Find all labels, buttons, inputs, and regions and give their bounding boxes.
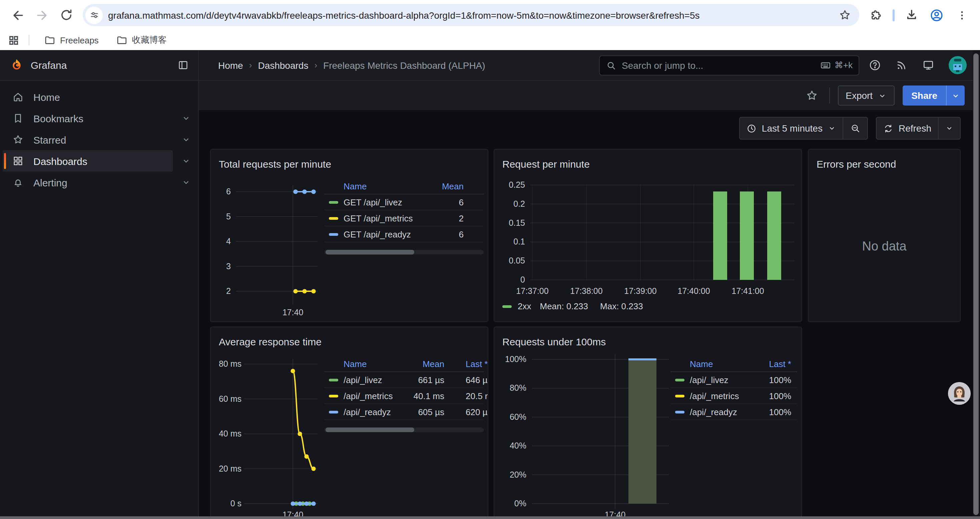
svg-text:80%: 80% [510, 383, 527, 393]
rss-icon [895, 59, 908, 72]
sidebar-item-bookmarks[interactable]: Bookmarks [3, 107, 173, 129]
legend-row[interactable]: /api/_metrics 40.1 ms 20.5 ms [324, 388, 484, 404]
series-mean: 40.1 ms [414, 391, 445, 401]
legend-row[interactable]: 2xx Mean: 0.233 Max: 0.233 [502, 301, 643, 311]
sidebar: Home Bookmarks Starred Dashboards [0, 81, 199, 519]
bookmark-star-button[interactable] [838, 9, 851, 21]
series-name[interactable]: 2xx [518, 301, 531, 311]
panel-request-per-minute[interactable]: Request per minute 0.250.20.150.10.05017… [494, 149, 802, 322]
refresh-interval-button[interactable] [939, 118, 960, 139]
refresh-icon [883, 123, 893, 133]
help-button[interactable] [869, 59, 881, 72]
svg-text:17:40:00: 17:40:00 [678, 286, 710, 295]
legend-col-name[interactable]: Name [344, 359, 367, 369]
assistant-avatar[interactable] [948, 382, 970, 405]
breadcrumb-dashboards[interactable]: Dashboards [258, 60, 308, 70]
sidebar-item-starred[interactable]: Starred [3, 129, 173, 150]
chevron-down-icon[interactable] [181, 150, 191, 172]
series-name[interactable]: GET /api/_metrics [344, 213, 413, 223]
reload-button[interactable] [55, 4, 77, 26]
browser-menu-button[interactable] [951, 4, 973, 26]
scrollbar-thumb[interactable] [326, 428, 414, 432]
panel-requests-under-100ms[interactable]: Requests under 100ms 100%80%60%40%20%0%1… [494, 327, 802, 519]
scrollbar-thumb[interactable] [973, 53, 978, 515]
scrollbar-thumb[interactable] [326, 250, 414, 254]
panel-errors-per-second[interactable]: Errors per second No data [808, 149, 961, 322]
legend-scrollbar[interactable] [324, 428, 484, 432]
time-range-picker[interactable]: Last 5 minutes [740, 118, 843, 139]
legend-col-last[interactable]: Last * [466, 359, 488, 369]
site-info-icon[interactable] [85, 6, 103, 24]
legend-row[interactable]: /api/_readyz 605 µs 620 µs [324, 404, 484, 420]
panel-avg-response-time[interactable]: Average response time 80 ms60 ms40 ms20 … [210, 327, 488, 519]
series-color-dash [329, 217, 338, 219]
chevron-down-icon[interactable] [181, 172, 191, 193]
display-button[interactable] [922, 59, 935, 72]
legend-row[interactable]: /api/_metrics 100% [670, 388, 797, 404]
search-input[interactable]: Search or jump to... ⌘+k [599, 55, 859, 75]
legend-col-mean[interactable]: Mean [423, 359, 444, 369]
sidebar-item-alerting[interactable]: Alerting [3, 172, 173, 193]
series-name[interactable]: /api/_metrics [344, 391, 393, 401]
back-icon [11, 8, 25, 22]
legend-col-mean[interactable]: Mean [442, 181, 464, 192]
back-button[interactable] [7, 4, 29, 26]
chevron-down-icon[interactable] [181, 107, 191, 129]
extensions-button[interactable] [865, 4, 887, 26]
vertical-scrollbar[interactable] [973, 50, 980, 519]
bookmark-folder-freeleaps[interactable]: Freeleaps [39, 32, 104, 48]
share-button[interactable]: Share [903, 86, 965, 105]
legend-row[interactable]: /api/_readyz 100% [670, 404, 797, 420]
sidebar-toggle-button[interactable] [177, 59, 189, 71]
series-color-dash [329, 201, 338, 203]
share-menu-button[interactable] [946, 86, 965, 105]
sidebar-item-dashboards[interactable]: Dashboards [3, 150, 173, 172]
downloads-button[interactable] [900, 4, 923, 26]
sidebar-item-home[interactable]: Home [3, 86, 173, 107]
series-name[interactable]: /api/_readyz [344, 407, 391, 417]
svg-text:0 s: 0 s [231, 498, 242, 508]
horizontal-scrollbar[interactable] [0, 516, 980, 519]
svg-text:5: 5 [226, 212, 231, 221]
series-name[interactable]: /api/_livez [344, 375, 382, 385]
svg-text:60%: 60% [510, 412, 527, 422]
legend-scrollbar[interactable] [324, 250, 484, 254]
legend-row[interactable]: /api/_livez 661 µs 646 µs [324, 372, 484, 388]
series-name[interactable]: GET /api/_readyz [344, 229, 411, 239]
legend-col-name[interactable]: Name [344, 181, 367, 192]
chevron-down-icon [828, 124, 836, 132]
zoom-out-button[interactable] [843, 118, 867, 139]
user-avatar[interactable] [949, 56, 967, 74]
home-icon [12, 91, 24, 103]
legend-col-last[interactable]: Last * [769, 359, 792, 369]
refresh-button[interactable]: Refresh [877, 118, 938, 139]
address-bar[interactable]: grafana.mathmast.com/d/deytv4rwavabkb/fr… [83, 4, 859, 26]
forward-button[interactable] [31, 4, 53, 26]
news-button[interactable] [895, 59, 908, 72]
profile-button[interactable] [925, 4, 948, 26]
legend-row[interactable]: GET /api/_readyz 6 [324, 227, 484, 243]
panel-title: Request per minute [502, 158, 590, 170]
chevron-down-icon[interactable] [181, 129, 191, 150]
series-name[interactable]: /api/_metrics [690, 391, 739, 401]
legend-row[interactable]: GET /api/_metrics 2 [324, 211, 484, 227]
panel-total-requests[interactable]: Total requests per minute 6543217:40 Nam… [210, 149, 488, 322]
series-name[interactable]: /api/_readyz [690, 407, 737, 417]
series-name[interactable]: GET /api/_livez [344, 197, 402, 207]
apps-grid-button[interactable] [8, 34, 19, 46]
export-button[interactable]: Export [838, 86, 895, 105]
header-icon-group [869, 56, 967, 74]
legend-row[interactable]: /api/_livez 100% [670, 372, 797, 388]
breadcrumb-home[interactable]: Home [218, 60, 243, 70]
panel-title: Total requests per minute [219, 158, 331, 170]
bookmark-folder-blogs[interactable]: 收藏博客 [111, 32, 172, 48]
legend-col-name[interactable]: Name [690, 359, 713, 369]
apps-grid-icon [8, 34, 19, 46]
sidebar-item-label: Dashboards [33, 155, 88, 167]
legend-row[interactable]: GET /api/_livez 6 [324, 194, 484, 211]
svg-text:17:41:00: 17:41:00 [732, 286, 764, 295]
svg-text:17:40: 17:40 [283, 308, 304, 317]
zoom-out-icon [850, 123, 861, 134]
favorite-star-button[interactable] [805, 89, 818, 102]
series-name[interactable]: /api/_livez [690, 375, 729, 385]
